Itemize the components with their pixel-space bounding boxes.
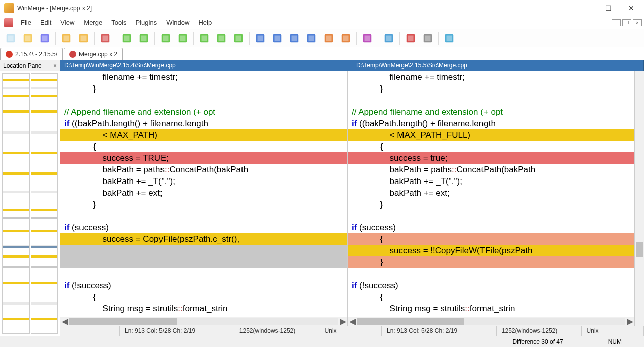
curr-diff-button[interactable] <box>231 31 246 46</box>
code-line[interactable]: } <box>60 199 347 210</box>
code-line[interactable]: bakPath = paths::ConcatPath(bakPath <box>60 164 347 175</box>
copy-right-adv-button[interactable] <box>287 31 302 46</box>
code-line[interactable]: String msg = strutils::format_strin <box>60 303 347 314</box>
code-line[interactable]: if (success) <box>348 222 634 233</box>
right-code[interactable]: filename += timestr; } // Append filenam… <box>348 71 634 317</box>
save-button[interactable] <box>37 31 52 46</box>
code-line[interactable]: { <box>60 291 347 303</box>
minimize-button[interactable]: — <box>574 1 597 16</box>
code-line[interactable]: success = TRUE; <box>60 152 347 164</box>
code-line[interactable]: { <box>60 141 347 152</box>
all-left-button[interactable] <box>338 31 353 46</box>
code-line[interactable]: // Append filename and extension (+ opt <box>348 106 634 118</box>
tab-label: Merge.cpp x 2 <box>79 51 117 58</box>
left-hscroll[interactable]: ◀▶ <box>60 317 347 326</box>
code-line[interactable]: if ((bakPath.length() + filename.length <box>348 118 634 129</box>
tab-1[interactable]: Merge.cpp x 2 <box>64 48 123 60</box>
menu-plugins[interactable]: Plugins <box>131 17 162 28</box>
code-line[interactable]: } <box>348 83 634 95</box>
code-line[interactable]: } <box>60 83 347 95</box>
code-line[interactable]: if ((bakPath.length() + filename.length <box>60 118 347 129</box>
code-line[interactable] <box>348 268 634 280</box>
next-button[interactable] <box>158 31 173 46</box>
recompare-button[interactable] <box>442 31 457 46</box>
redo-button[interactable] <box>76 31 91 46</box>
pane-status-bar: Ln: 913 Col: 5/28 Ch: 2/19 1252(windows-… <box>60 326 644 336</box>
menu-file[interactable]: File <box>16 17 36 28</box>
code-line[interactable]: success = CopyFile(pszPath.c_str(), <box>60 233 347 245</box>
code-line[interactable]: { <box>348 291 634 303</box>
first-diff-button[interactable] <box>197 31 212 46</box>
code-line[interactable]: // Append filename and extension (+ opt <box>60 106 347 118</box>
code-line[interactable]: success = !!CopyFileW(TFile(pszPath <box>348 245 634 256</box>
copy-left-adv-button[interactable] <box>304 31 319 46</box>
code-line[interactable]: } <box>348 256 634 268</box>
auto-merge-button[interactable] <box>360 31 375 46</box>
left-code[interactable]: filename += timestr; } // Append filenam… <box>60 71 347 317</box>
close-button[interactable]: ✕ <box>620 1 643 16</box>
vscroll[interactable] <box>635 71 644 326</box>
swap-button[interactable] <box>420 31 435 46</box>
menu-help[interactable]: Help <box>194 17 216 28</box>
code-line[interactable]: if (!success) <box>60 280 347 291</box>
menu-bar: FileEditViewMergeToolsPluginsWindowHelp … <box>0 16 644 29</box>
tab-icon <box>6 51 13 58</box>
code-line[interactable]: success = true; <box>348 152 634 164</box>
maximize-button[interactable]: ☐ <box>597 1 620 16</box>
menu-edit[interactable]: Edit <box>36 17 56 28</box>
menu-merge[interactable]: Merge <box>79 17 107 28</box>
code-line[interactable]: { <box>348 141 634 152</box>
location-pane-body[interactable] <box>0 71 60 336</box>
toolbar <box>0 29 644 47</box>
code-line[interactable] <box>60 245 347 256</box>
tab-0[interactable]: 2.15.4\ - 2.15.5\ <box>0 48 63 60</box>
left-pos: Ln: 913 Col: 5/28 Ch: 2/19 <box>120 326 234 336</box>
code-line[interactable]: { <box>348 233 634 245</box>
prev-button[interactable] <box>175 31 190 46</box>
copy-right-button[interactable] <box>253 31 268 46</box>
left-enc: 1252(windows-1252) <box>234 326 319 336</box>
code-line[interactable]: if (!success) <box>348 280 634 291</box>
code-line[interactable] <box>60 256 347 268</box>
right-pos: Ln: 913 Col: 5/28 Ch: 2/19 <box>382 326 497 336</box>
mdi-restore[interactable]: ❐ <box>622 19 631 26</box>
prev-diff-button[interactable] <box>136 31 151 46</box>
undo-button[interactable] <box>59 31 74 46</box>
right-hscroll[interactable]: ◀▶ <box>348 317 634 326</box>
code-line[interactable]: filename += timestr; <box>348 71 634 83</box>
code-line[interactable]: < MAX_PATH_FULL) <box>348 129 634 141</box>
code-line[interactable] <box>348 95 634 106</box>
code-line[interactable]: < MAX_PATH) <box>60 129 347 141</box>
last-diff-button[interactable] <box>214 31 229 46</box>
refresh-button[interactable] <box>381 31 396 46</box>
code-line[interactable]: if (success) <box>60 222 347 233</box>
copy-left-button[interactable] <box>270 31 285 46</box>
compare-button[interactable] <box>98 31 113 46</box>
code-line[interactable]: } <box>348 199 634 210</box>
code-line[interactable] <box>60 210 347 222</box>
mdi-close[interactable]: × <box>633 19 642 26</box>
svg-rect-41 <box>386 35 392 41</box>
all-right-button[interactable] <box>321 31 336 46</box>
code-line[interactable] <box>60 95 347 106</box>
diff-count: Difference 30 of 47 <box>505 336 570 347</box>
code-line[interactable]: bakPath = paths::ConcatPath(bakPath <box>348 164 634 175</box>
menu-tools[interactable]: Tools <box>107 17 131 28</box>
code-line[interactable]: String msg = strutils::format_strin <box>348 303 634 314</box>
code-line[interactable]: filename += timestr; <box>60 71 347 83</box>
menu-view[interactable]: View <box>56 17 79 28</box>
code-line[interactable] <box>60 268 347 280</box>
left-eol: Unix <box>319 326 382 336</box>
code-line[interactable]: bakPath += ext; <box>348 187 634 199</box>
code-line[interactable]: bakPath += _T("."); <box>348 175 634 187</box>
code-line[interactable]: bakPath += _T("."); <box>60 175 347 187</box>
open-button[interactable] <box>20 31 35 46</box>
mdi-minimize[interactable]: _ <box>612 19 621 26</box>
menu-window[interactable]: Window <box>162 17 194 28</box>
next-diff-button[interactable] <box>119 31 134 46</box>
location-pane-close[interactable]: × <box>53 62 57 69</box>
new-button[interactable] <box>3 31 18 46</box>
stop-button[interactable] <box>403 31 418 46</box>
code-line[interactable] <box>348 210 634 222</box>
code-line[interactable]: bakPath += ext; <box>60 187 347 199</box>
